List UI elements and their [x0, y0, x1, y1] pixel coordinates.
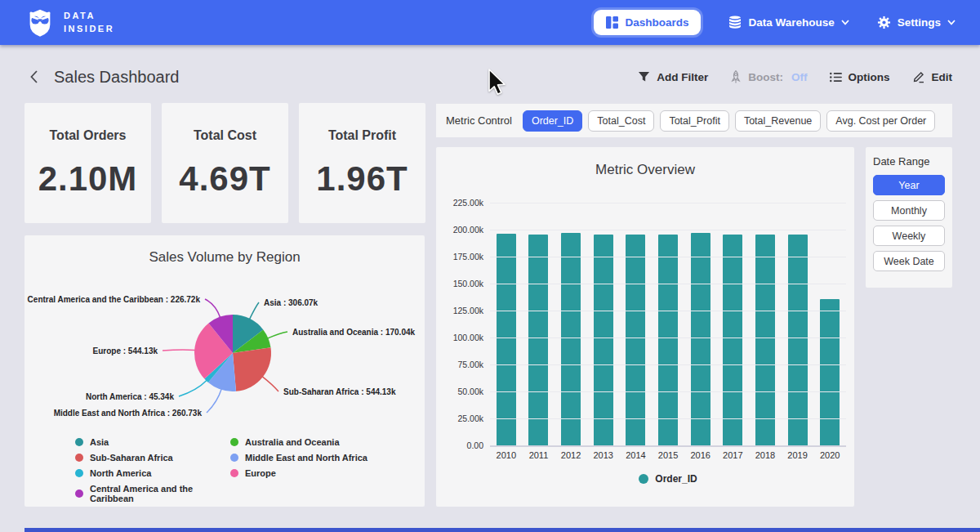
kpi-card-total-cost: Total Cost 4.69T: [162, 103, 288, 223]
legend-label: Sub-Saharan Africa: [90, 453, 173, 463]
metric-control-bar: Metric Control Order_IDTotal_CostTotal_P…: [436, 104, 952, 137]
add-filter-button[interactable]: Add Filter: [638, 71, 708, 83]
legend-label: Order_ID: [655, 473, 697, 485]
gridline: [490, 230, 846, 230]
settings-label: Settings: [898, 16, 941, 29]
y-axis-tick-label: 100.00k: [436, 333, 483, 342]
back-button[interactable]: [24, 68, 42, 86]
gridline: [490, 284, 846, 284]
legend-dot: [75, 438, 83, 446]
dashboards-icon: [606, 16, 618, 29]
bar-2020[interactable]: [820, 299, 840, 445]
add-filter-label: Add Filter: [657, 71, 708, 83]
y-axis-tick-label: 125.00k: [436, 306, 483, 315]
bar-2012[interactable]: [561, 233, 581, 445]
bar-slot: [620, 203, 653, 445]
legend-item-australia-and-oceania[interactable]: Australia and Oceania: [230, 437, 402, 447]
bar-slot: [813, 203, 846, 445]
kpi-label: Total Cost: [194, 128, 256, 143]
pie-callout-line: [207, 389, 221, 413]
boost-value: Off: [791, 71, 808, 83]
legend-item-middle-east-and-north-africa[interactable]: Middle East and North Africa: [230, 453, 402, 463]
pie-callout-line: [179, 380, 207, 396]
legend-dot: [230, 469, 238, 477]
page-title: Sales Dashboard: [54, 68, 179, 87]
pie-callout-label: Middle East and North Africa : 260.73k: [54, 409, 203, 418]
metric-option-total-revenue[interactable]: Total_Revenue: [735, 110, 821, 132]
legend-label: Central America and the Caribbean: [90, 484, 230, 503]
kpi-card-total-profit: Total Profit 1.96T: [299, 103, 425, 223]
legend-label: Australia and Oceania: [245, 437, 340, 447]
bar-legend: Order_ID: [490, 473, 846, 485]
bar-slot: [523, 203, 555, 445]
legend-dot: [75, 454, 83, 462]
pie-callout-line: [163, 350, 195, 351]
options-button[interactable]: Options: [830, 71, 890, 83]
bar-slot: [749, 203, 782, 445]
bar-2014[interactable]: [626, 235, 645, 446]
horizontal-scrollbar[interactable]: [24, 528, 980, 532]
date-range-option-week-date[interactable]: Week Date: [873, 251, 945, 271]
bar-slot: [652, 203, 684, 445]
metric-overview-card: Metric Overview 201020112012201320142015…: [436, 147, 854, 507]
legend-label: Europe: [245, 468, 276, 478]
date-range-option-weekly[interactable]: Weekly: [873, 226, 945, 246]
x-axis-tick-label: 2013: [587, 450, 620, 460]
settings-menu[interactable]: Settings: [877, 16, 956, 29]
data-warehouse-menu[interactable]: Data Warehouse: [728, 16, 849, 29]
metric-option-total-cost[interactable]: Total_Cost: [588, 110, 654, 132]
edit-label: Edit: [932, 71, 953, 83]
date-range-option-year[interactable]: Year: [873, 175, 945, 195]
gridline: [490, 203, 846, 203]
legend-dot: [230, 438, 238, 446]
bar-2016[interactable]: [691, 233, 710, 445]
y-axis-tick-label: 200.00k: [436, 225, 483, 235]
pie-legend: AsiaAustralia and OceaniaSub-Saharan Afr…: [75, 437, 402, 503]
x-axis-tick-label: 2018: [749, 450, 782, 460]
legend-item-europe[interactable]: Europe: [230, 468, 402, 478]
legend-label: North America: [90, 468, 151, 478]
pie-chart: Asia : 306.07kAustralia and Oceania : 17…: [24, 268, 425, 436]
bar-slot: [490, 203, 523, 445]
pencil-icon: [912, 70, 925, 83]
y-axis-tick-label: 175.00k: [436, 252, 483, 262]
gridline: [490, 364, 846, 365]
dashboards-button[interactable]: Dashboards: [594, 10, 701, 35]
date-range-option-monthly[interactable]: Monthly: [873, 200, 945, 221]
app-logo[interactable]: DATA INSIDER: [24, 7, 114, 38]
date-range-panel: Date Range YearMonthlyWeeklyWeek Date: [866, 147, 952, 288]
gridline: [490, 418, 846, 419]
metric-control-label: Metric Control: [446, 114, 512, 127]
x-axis-tick-label: 2012: [555, 450, 587, 460]
rocket-icon: [730, 70, 742, 83]
bar-2013[interactable]: [594, 235, 613, 445]
legend-dot: [639, 474, 648, 484]
boost-toggle[interactable]: Boost:Off: [730, 70, 807, 83]
legend-item-sub-saharan-africa[interactable]: Sub-Saharan Africa: [75, 453, 230, 463]
legend-item-asia[interactable]: Asia: [75, 437, 230, 447]
bar-slot: [555, 203, 587, 445]
legend-item-central-america-and-the-caribbean[interactable]: Central America and the Caribbean: [75, 484, 230, 503]
bar-2019[interactable]: [788, 235, 808, 445]
bar-2011[interactable]: [528, 235, 548, 445]
metric-option-order-id[interactable]: Order_ID: [523, 110, 582, 132]
legend-item-north-america[interactable]: North America: [75, 468, 230, 478]
filter-icon: [638, 71, 650, 83]
bar-2018[interactable]: [755, 235, 775, 445]
kpi-label: Total Profit: [328, 128, 396, 143]
pie-callout-label: Australia and Oceania : 170.04k: [292, 328, 416, 337]
bar-2015[interactable]: [658, 235, 678, 445]
bar-2017[interactable]: [723, 235, 742, 445]
pie-slice-sub-saharan-africa[interactable]: [233, 347, 271, 391]
metric-option-total-profit[interactable]: Total_Profit: [660, 110, 729, 132]
bar-2010[interactable]: [497, 234, 516, 445]
metric-option-avg-cost-per-order[interactable]: Avg. Cost per Order: [826, 110, 935, 132]
edit-button[interactable]: Edit: [912, 70, 953, 83]
legend-dot: [75, 469, 83, 477]
options-label: Options: [849, 71, 890, 83]
date-range-label: Date Range: [873, 155, 945, 168]
legend-label: Middle East and North Africa: [245, 453, 368, 463]
bar-slot: [716, 203, 749, 445]
pie-callout-label: Asia : 306.07k: [264, 298, 318, 307]
y-axis-tick-label: 150.00k: [436, 279, 483, 288]
